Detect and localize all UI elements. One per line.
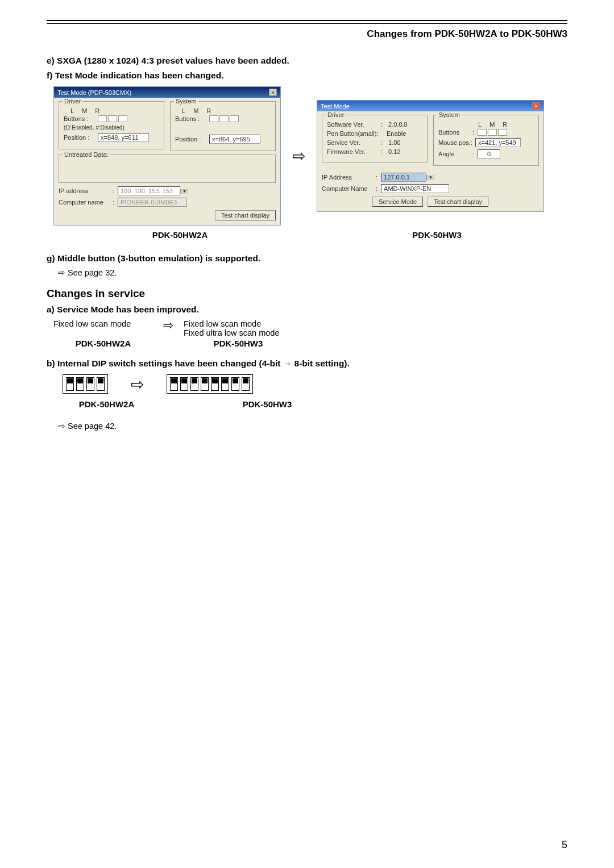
computer-name-label: Computer Name <box>322 185 376 192</box>
caption-left: PDK-50HW2A <box>53 230 306 240</box>
lmr-r: R <box>503 121 507 128</box>
position-label: Position : <box>175 136 209 143</box>
dip-switch-icon <box>170 377 178 391</box>
lmr-l: L <box>182 107 185 114</box>
pen-button-label: Pen Button(small): <box>327 130 381 137</box>
buttons-label: Buttons : <box>175 115 209 122</box>
scan-cap-left: PDK-50HW2A <box>53 339 153 348</box>
driver-fieldset: Driver Software Ver.:2.0.0.8 Pen Button(… <box>322 115 428 162</box>
dip-4bit <box>63 374 108 394</box>
dip-switch-icon <box>76 377 84 391</box>
angle-label: Angle <box>438 151 472 157</box>
dip-switch-icon <box>201 377 209 391</box>
button-box-m <box>108 115 117 122</box>
dip-switch-icon <box>180 377 188 391</box>
untreated-fieldset: Untreated Data: <box>59 155 276 183</box>
enabled-note: (O:Enabled, #:Disabled) <box>64 124 159 131</box>
buttons-label: Buttons <box>438 129 472 136</box>
ip-label: IP address <box>59 187 113 194</box>
see-page-32: ⇨ See page 32. <box>58 268 567 277</box>
button-box-r <box>118 115 127 122</box>
service-ver-label: Service Ver. <box>327 139 381 146</box>
ip-address-input[interactable]: 160. 190. 153. 153 <box>118 186 180 195</box>
dialog-title-text: Test Mode (PDP-503CMX) <box>57 89 131 96</box>
button-box-l <box>478 129 487 136</box>
test-mode-dialog-new: Test Mode × Driver Software Ver.:2.0.0.8… <box>317 100 544 212</box>
software-ver-label: Software Ver. <box>327 121 381 128</box>
see-page-42: ⇨ See page 42. <box>58 422 567 431</box>
untreated-legend: Untreated Data: <box>63 151 110 158</box>
computer-name-label: Computer name <box>59 199 113 206</box>
system-legend: System <box>174 98 198 105</box>
software-ver-value: 2.0.0.8 <box>388 121 408 128</box>
ip-address-input[interactable]: 127.0.0.1 <box>381 173 426 182</box>
computer-name-input: PIONEER-0UIM0E3 <box>118 198 187 207</box>
dip-switch-icon <box>66 377 74 391</box>
computer-name-input[interactable]: AMD-WINXP-EN <box>381 184 449 193</box>
dip-switch-icon <box>231 377 239 391</box>
item-f: f) Test Mode indication has been changed… <box>47 70 567 81</box>
position-label: Position : <box>64 134 98 141</box>
button-box-l <box>209 115 218 122</box>
driver-legend: Driver <box>326 111 346 118</box>
service-ver-value: 1.00 <box>388 139 400 146</box>
lmr-m: M <box>193 107 198 114</box>
button-box-m <box>219 115 229 122</box>
service-item-b: b) Internal DIP switch settings have bee… <box>47 358 567 369</box>
close-icon[interactable]: × <box>269 89 277 96</box>
driver-position-value: x=848, y=611 <box>98 133 149 142</box>
dip-switch-icon <box>221 377 229 391</box>
firmware-ver-label: Firmware Ver. <box>327 148 381 155</box>
dip-switch-icon <box>242 377 250 391</box>
dip-cap-left: PDK-50HW2A <box>63 399 151 409</box>
changes-in-service-heading: Changes in service <box>47 287 567 300</box>
dialog-titlebar: Test Mode (PDP-503CMX) × <box>54 87 280 98</box>
mouse-pos-label: Mouse pos.: <box>438 139 475 146</box>
lmr-m: M <box>489 121 495 128</box>
system-fieldset: System L M R Buttons : <box>170 101 276 151</box>
chevron-down-icon[interactable]: ▼ <box>426 175 434 180</box>
page-header-title: Changes from PDK-50HW2A to PDK-50HW3 <box>47 28 567 40</box>
item-e: e) SXGA (1280 x 1024) 4:3 preset values … <box>47 56 567 66</box>
angle-value: 0 <box>478 149 500 158</box>
driver-fieldset: Driver L M R Buttons : (O:Enabled, <box>59 101 164 149</box>
button-box-r <box>230 115 239 122</box>
caption-right: PDK-50HW3 <box>306 230 567 240</box>
scan-mode-right-2: Fixed ultra low scan mode <box>184 328 279 337</box>
header-rule-thick <box>47 20 567 21</box>
arrow-right-icon: ⇨ <box>163 318 173 333</box>
header-rule-thin <box>47 23 567 24</box>
test-chart-button[interactable]: Test chart display <box>215 210 276 220</box>
arrow-right-icon: ⇨ <box>131 375 144 394</box>
firmware-ver-value: 0.12 <box>388 148 400 155</box>
button-box-l <box>98 115 107 122</box>
dialog-titlebar: Test Mode × <box>317 101 544 111</box>
system-position-value: x=864, y=695 <box>209 135 260 144</box>
item-g: g) Middle button (3-button emulation) is… <box>47 253 567 264</box>
lmr-l: L <box>478 121 482 128</box>
lmr-r: R <box>95 107 99 114</box>
driver-legend: Driver <box>63 98 82 105</box>
system-fieldset: System L M R Buttons: <box>433 115 539 166</box>
lmr-m: M <box>82 107 87 114</box>
pen-button-value: Enable <box>387 130 406 137</box>
arrow-right-icon: ⇨ <box>292 147 305 165</box>
buttons-label: Buttons : <box>64 115 98 122</box>
test-chart-button[interactable]: Test chart display <box>428 197 488 207</box>
scan-mode-right-1: Fixed low scan mode <box>184 319 279 328</box>
test-mode-dialog-old: Test Mode (PDP-503CMX) × Driver L M R Bu… <box>53 86 281 226</box>
page-number: 5 <box>562 839 567 851</box>
close-icon[interactable]: × <box>532 102 540 110</box>
lmr-l: L <box>70 107 74 114</box>
button-box-m <box>488 129 497 136</box>
dialog-title-text: Test Mode <box>321 103 350 110</box>
service-mode-button[interactable]: Service Mode <box>372 197 423 207</box>
dip-switch-icon <box>190 377 198 391</box>
scan-cap-right: PDK-50HW3 <box>176 339 301 348</box>
lmr-r: R <box>206 107 211 114</box>
chevron-down-icon[interactable]: ▼ <box>180 189 188 194</box>
mouse-pos-value: x=421, y=549 <box>475 138 521 147</box>
button-box-r <box>498 129 507 136</box>
dip-cap-right: PDK-50HW3 <box>208 399 327 409</box>
dip-switch-icon <box>211 377 219 391</box>
